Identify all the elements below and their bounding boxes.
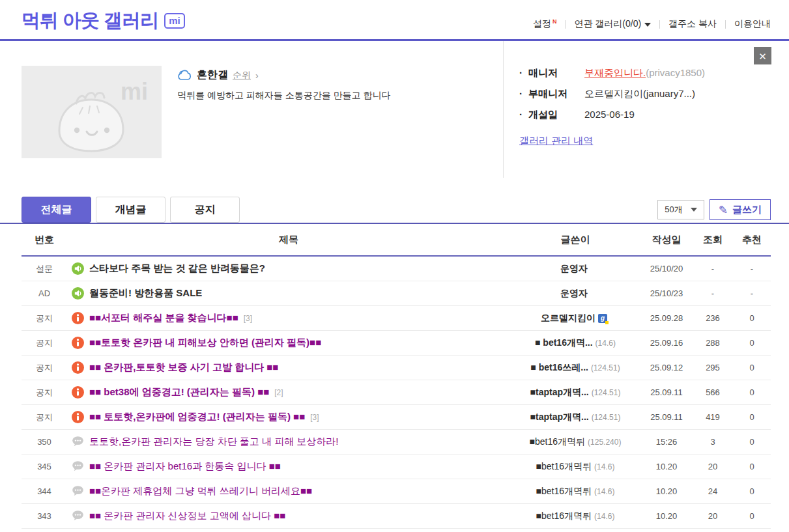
header-title: 제목 (67, 234, 510, 246)
page-size-select[interactable]: 50개 (657, 200, 704, 219)
post-date: 25.09.16 (640, 338, 693, 348)
close-icon[interactable]: ✕ (754, 47, 771, 64)
post-date: 25/10/23 (640, 288, 693, 298)
post-author[interactable]: ■bet16개멱튀 (125.240) (510, 436, 640, 448)
post-author[interactable]: ■ bet16개멱... (14.6) (510, 337, 640, 349)
post-views: 295 (693, 363, 733, 372)
open-date-label: 개설일 (519, 109, 584, 121)
post-recommend: 0 (733, 387, 771, 397)
post-title-link[interactable]: ■■서포터 해주실 분을 찾습니다■■ (89, 312, 238, 324)
author-nickname: 운영자 (560, 263, 588, 275)
post-title-link[interactable]: 월동준비! 방한용품 SALE (89, 287, 202, 300)
author-nickname: ■taptap개멱... (530, 387, 589, 399)
post-title-cell: ■■ 온카판,토토핫 보증 사기 고발 합니다 ■■ (67, 361, 510, 374)
gallery-description: 먹튀를 예방하고 피해자들 소통공간을 만들고 합니다 (177, 90, 390, 102)
author-nickname: ■bet16개멱튀 (536, 461, 592, 473)
open-date-value: 2025-06-19 (584, 109, 635, 120)
post-recommend: 0 (733, 313, 771, 323)
post-views: 566 (693, 387, 733, 397)
post-author[interactable]: ■taptap개멱... (124.51) (510, 412, 640, 423)
tab-all-posts[interactable]: 전체글 (22, 197, 91, 223)
post-author[interactable]: ■ bet16쓰레... (124.51) (510, 362, 640, 374)
post-recommend: 0 (733, 486, 771, 496)
header-number: 번호 (22, 234, 67, 246)
post-author[interactable]: 운영자 (510, 263, 640, 275)
post-title-link[interactable]: ■■ bet38에 엄중경고! (관리자는 필독) ■■ (89, 386, 269, 399)
post-number: AD (22, 288, 67, 298)
tab-notice[interactable]: 공지 (170, 197, 240, 223)
gallery-manage-history-link[interactable]: 갤러리 관리 내역 (519, 135, 593, 147)
copy-gallery-address-link[interactable]: 갤주소 복사 (668, 18, 717, 30)
author-ip: (14.6) (594, 487, 614, 496)
new-badge: N (552, 18, 557, 25)
post-title-cell: 스타보다 주목 받는 것 같은 반려동물은? (67, 262, 510, 275)
post-recommend: 0 (733, 462, 771, 471)
post-title-link[interactable]: ■■ 토토핫,온카판에 엄중경고! (관리자는 필독) ■■ (89, 411, 305, 423)
manager-id: (privacy1850) (646, 67, 705, 78)
post-title-cell: ■■ 온카판 관리자 신상정보 고액에 삽니다 ■■ (67, 510, 510, 522)
author-ip: (124.51) (592, 388, 621, 397)
post-author[interactable]: ■bet16개멱튀 (14.6) (510, 486, 640, 497)
post-title-link[interactable]: ■■ 온카판 관리자 신상정보 고액에 삽니다 ■■ (89, 510, 285, 522)
settings-link[interactable]: 설정N (533, 18, 557, 30)
header-views: 조회 (693, 234, 733, 246)
top-bar: 먹튀 아웃 갤러리 mi 설정N 연관 갤러리(0/0) 갤주소 복사 이용안내 (0, 0, 789, 39)
post-author[interactable]: 오르델지킴이 (510, 313, 640, 324)
post-number: 350 (22, 437, 67, 447)
post-recommend: 0 (733, 437, 771, 447)
post-number: 344 (22, 486, 67, 496)
post-author[interactable]: ■bet16개멱튀 (14.6) (510, 461, 640, 473)
notice-icon (72, 386, 84, 399)
manager-status-link[interactable]: 부재중입니다. (584, 67, 646, 78)
gallery-title-text: 먹튀 아웃 갤러리 (22, 8, 158, 34)
post-number: 343 (22, 511, 67, 521)
post-title-cell: ■■온카판 제휴업체 그냥 먹튀 쓰레기니 버리세요■■ (67, 485, 510, 497)
mini-gallery-badge-icon: mi (164, 13, 185, 29)
top-menu: 설정N 연관 갤러리(0/0) 갤주소 복사 이용안내 (533, 18, 771, 34)
write-post-button[interactable]: 글쓰기 (710, 199, 771, 220)
post-table: 번호 제목 글쓴이 작성일 조회 추천 설문 스타보다 주목 받는 것 같은 반… (0, 224, 789, 529)
author-ip: (14.6) (594, 462, 614, 471)
menu-divider (659, 20, 660, 29)
post-recommend: 0 (733, 338, 771, 348)
usage-guide-link[interactable]: 이용안내 (734, 18, 771, 30)
author-ip: (124.51) (592, 413, 621, 422)
notice-icon (72, 337, 84, 349)
rank-link[interactable]: 순위 (233, 70, 251, 81)
post-title-link[interactable]: 토토핫,온카판 관리자는 당장 차단 풀고 내 피해 보상하라! (89, 436, 339, 448)
post-number: 345 (22, 462, 67, 471)
related-galleries-link[interactable]: 연관 갤러리(0/0) (574, 18, 651, 30)
board-tabs: 전체글 개념글 공지 (22, 197, 240, 223)
post-title-link[interactable]: 스타보다 주목 받는 것 같은 반려동물은? (89, 262, 265, 275)
author-nickname: 운영자 (560, 288, 588, 300)
table-row: 343 ■■ 온카판 관리자 신상정보 고액에 삽니다 ■■ ■bet16개멱튀… (22, 504, 771, 529)
page-title: 먹튀 아웃 갤러리 mi (22, 8, 185, 34)
gallery-info-section: mi 흔한갤 순위 › 먹튀를 예방하고 피해자들 소통공간을 만들고 합니다 (0, 41, 789, 178)
table-row: 설문 스타보다 주목 받는 것 같은 반려동물은? 운영자 25/10/20 -… (22, 257, 771, 281)
tab-concept-posts[interactable]: 개념글 (96, 197, 165, 223)
post-title-link[interactable]: ■■온카판 제휴업체 그냥 먹튀 쓰레기니 버리세요■■ (89, 485, 312, 497)
post-recommend: 0 (733, 511, 771, 521)
chevron-right-icon: › (255, 70, 259, 81)
post-title-link[interactable]: ■■ 온카판,토토핫 보증 사기 고발 합니다 ■■ (89, 361, 278, 374)
post-recommend: - (733, 288, 771, 298)
post-table-body: 설문 스타보다 주목 받는 것 같은 반려동물은? 운영자 25/10/20 -… (22, 257, 771, 529)
post-title-cell: ■■ 온카판 관리자 bet16과 한통속 입니다 ■■ (67, 460, 510, 473)
author-ip: (124.51) (591, 363, 620, 372)
table-row: 344 ■■온카판 제휴업체 그냥 먹튀 쓰레기니 버리세요■■ ■bet16개… (22, 479, 771, 504)
table-row: 공지 ■■토토핫 온카판 내 피해보상 안하면 (관리자 필독)■■ ■ bet… (22, 331, 771, 356)
post-title-link[interactable]: ■■토토핫 온카판 내 피해보상 안하면 (관리자 필독)■■ (89, 337, 321, 349)
post-author[interactable]: ■bet16개멱튀 (14.6) (510, 511, 640, 522)
post-author[interactable]: ■taptap개멱... (124.51) (510, 387, 640, 399)
post-date: 10.20 (640, 511, 693, 521)
post-title-link[interactable]: ■■ 온카판 관리자 bet16과 한통속 입니다 ■■ (89, 460, 281, 473)
gallery-meta: 흔한갤 순위 › 먹튀를 예방하고 피해자들 소통공간을 만들고 합니다 (177, 66, 390, 178)
gallery-info-left: mi 흔한갤 순위 › 먹튀를 예방하고 피해자들 소통공간을 만들고 합니다 (0, 41, 503, 178)
post-author[interactable]: 운영자 (510, 288, 640, 300)
post-number: 공지 (22, 362, 67, 374)
header-recommend: 추천 (733, 234, 771, 246)
author-ip: (14.6) (594, 512, 614, 521)
manager-label: 매니저 (519, 67, 584, 79)
gallog-icon[interactable] (598, 314, 607, 323)
bubble-icon (72, 460, 84, 473)
